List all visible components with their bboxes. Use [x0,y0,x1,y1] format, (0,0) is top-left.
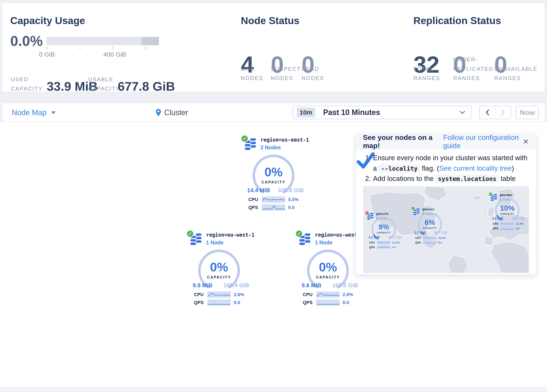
region-node-card[interactable]: ✓ region=eu-west-1 1 Node 0% CAPACITY 9.… [186,229,270,309]
capacity-used-percent: 0.0% [10,34,43,48]
capacity-percent: 6% [415,219,444,226]
usable-value: 169.4 GiB [223,282,249,289]
now-button[interactable]: Now [516,106,539,119]
qps-value: 0.0 [288,205,295,210]
capacity-percent: 0% [303,261,353,274]
breadcrumb[interactable]: Cluster [156,103,188,122]
time-range-badge: 10m [297,108,315,117]
code-chip: system.locations [436,175,499,183]
node-count-link[interactable]: 1 Node [315,240,332,246]
node-status-badge: ✓ [186,230,194,237]
axis-tick [80,47,80,50]
qps-sparkline [500,227,514,230]
capacity-label: CAPACITY [194,275,244,280]
step-text: Ensure every node in your cluster was st… [373,153,529,173]
usable-value: 34.4 GiB [512,217,525,220]
dead-nodes-label: DEAD NODES [301,64,325,83]
capacity-percent: 0% [248,166,299,179]
qps-row: QPS 4.7 [369,245,396,249]
node-status-badge: 1 [365,211,369,215]
toolbar-divider [287,103,288,122]
node-locality-label: geo=nyc [422,207,435,211]
qps-label: QPS [493,227,499,230]
time-pager [479,106,511,119]
cpu-value: 42.5% [438,236,446,240]
node-status-badge: ✓ [488,192,493,196]
node-locality-label: geo=sfo [376,212,389,215]
locality-tree-link[interactable]: See current locality tree [439,164,512,172]
region-node-card[interactable]: 1 geo=sfo 2 Nodes 9% CAPACITY 3.2 GiB 35… [365,211,413,257]
capacity-usage-title: Capacity Usage [10,15,85,26]
capacity-values: 14.4 MiB 338.9 GiB [247,187,304,194]
time-prev-button[interactable] [480,106,495,119]
cluster-summary-bar: Capacity Usage 0.0% 0 GiB 400 GiB USED C… [2,3,545,92]
cpu-sparkline [500,222,514,226]
cpu-sparkline [316,291,340,298]
node-status-badge: ✓ [241,135,248,142]
capacity-values: 3.6 GiB 34.4 GiB [492,217,525,220]
axis-tick [47,47,47,50]
cpu-row: CPU 2.6% [194,291,244,298]
time-next-button[interactable] [495,106,511,119]
node-locality-label: geo=ams [500,193,512,197]
region-node-card[interactable]: ✓ region=us-east-1 2 Nodes 0% CAPACITY 1… [241,134,325,214]
cpu-value: 12.3% [516,222,523,225]
axis-tick-label: 400 GiB [98,51,131,58]
used-value: 14.4 MiB [247,187,270,194]
used-capacity-label: USED CAPACITY [11,75,51,93]
usable-capacity-value: 677.8 GiB [118,80,175,93]
cpu-row: CPU 11.0% [369,241,400,244]
qps-sparkline [423,241,437,244]
usable-value: 35.1 GiB [388,236,401,239]
node-count-link[interactable]: 1 Node [206,240,223,246]
view-selector-label: Node Map [12,108,47,117]
close-icon[interactable]: ✕ [523,137,529,146]
axis-tick [145,47,146,50]
cpu-label: CPU [303,292,313,297]
time-range-dropdown[interactable]: 10m Past 10 Minutes [293,106,472,119]
qps-label: QPS [369,246,375,249]
capacity-percent: 10% [493,205,522,212]
used-value: 3.6 GiB [492,217,503,220]
qps-row: QPS 0.0 [493,227,520,230]
chevron-left-icon [485,109,490,116]
capacity-label: CAPACITY [415,227,444,229]
used-value: 9.9 MiB [193,282,212,289]
capacity-usage-bar [47,37,159,45]
page-footer [0,387,547,392]
node-count-link[interactable]: 2 Nodes [260,144,281,151]
qps-row: QPS 0.0 [194,299,240,306]
qps-sparkline [207,299,231,306]
cpu-row: CPU 5.5% [248,196,299,203]
region-node-card[interactable]: ✓ geo=nyc 2 Nodes 6% CAPACITY 3.7 GiB 65… [411,206,459,252]
live-nodes-label: LIVE NODES [241,64,264,83]
total-ranges-label: TOTAL RANGES [413,64,441,83]
axis-tick-label: 0 GiB [30,51,64,58]
qps-row: QPS 0.0 [248,204,295,211]
view-selector-dropdown[interactable]: Node Map [12,103,56,122]
configuration-guide-link[interactable]: Follow our configuration guide [443,133,523,150]
caret-down-icon [51,111,56,114]
axis-tick [113,47,113,50]
cpu-sparkline [262,196,285,203]
capacity-label: CAPACITY [248,180,299,185]
cpu-value: 2.8% [343,292,353,297]
cpu-value: 2.6% [234,292,244,297]
capacity-values: 3.7 GiB 65.7 GiB [414,231,447,235]
cpu-label: CPU [369,241,375,244]
cpu-label: CPU [493,222,499,225]
qps-sparkline [316,299,340,306]
cpu-sparkline [207,291,231,298]
popup-title: See your nodes on a map! [363,133,437,150]
cpu-row: CPU 42.5% [415,236,446,240]
qps-sparkline [262,204,285,211]
qps-row: QPS 0.0 [303,299,349,306]
map-toolbar: Node Map Cluster 10m Past 10 Minutes Now [2,103,545,122]
region-node-card[interactable]: ✓ geo=ams 1 Node 10% CAPACITY 3.6 GiB 34… [488,192,537,238]
cpu-label: CPU [415,236,421,240]
capacity-label: CAPACITY [303,275,353,280]
usable-value: 169.5 GiB [332,282,358,289]
replication-status-title: Replication Status [413,15,501,26]
node-status-badge: ✓ [411,206,415,211]
cpu-value: 5.5% [288,197,299,202]
